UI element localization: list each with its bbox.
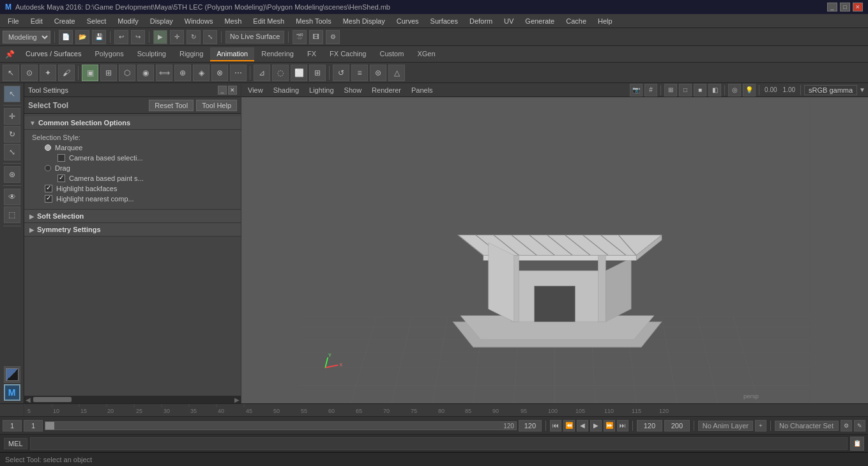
script-editor-btn[interactable]: 📋 xyxy=(850,437,864,451)
menu-mesh[interactable]: Mesh xyxy=(219,16,247,26)
rotate-button[interactable]: ↻ xyxy=(187,30,201,44)
menu-modify[interactable]: Modify xyxy=(112,16,143,26)
range-start-input[interactable] xyxy=(3,420,22,431)
open-button[interactable]: 📂 xyxy=(75,30,89,44)
menu-display[interactable]: Display xyxy=(145,16,178,26)
tb2-wedge-btn[interactable]: △ xyxy=(388,65,405,81)
tab-fx[interactable]: FX xyxy=(301,47,323,61)
tb2-spin-btn[interactable]: ↺ xyxy=(333,65,349,81)
menu-create[interactable]: Create xyxy=(49,16,80,26)
rotate-tool-btn[interactable]: ↻ xyxy=(4,126,20,143)
viewport-canvas[interactable]: X Y persp xyxy=(241,97,868,403)
maximize-button[interactable]: □ xyxy=(840,3,850,12)
marquee-radio[interactable] xyxy=(45,144,51,151)
pb-prev-frame-btn[interactable]: ◀ xyxy=(577,420,588,431)
scroll-thumb[interactable] xyxy=(33,397,72,402)
pb-next-frame-btn[interactable]: ⏩ xyxy=(604,420,615,431)
camera-based-sel-checkbox[interactable] xyxy=(57,154,65,162)
render-btn[interactable]: 🎬 xyxy=(293,30,307,44)
tab-polygons[interactable]: Polygons xyxy=(88,47,130,61)
common-selection-header[interactable]: ▼ Common Selection Options xyxy=(24,116,241,130)
vp-grid-btn[interactable]: # xyxy=(644,84,657,97)
show-hide-btn[interactable]: 👁 xyxy=(4,189,20,205)
soft-selection-header[interactable]: ▶ Soft Selection xyxy=(24,210,241,223)
tb2-lasso-btn[interactable]: ⊙ xyxy=(21,65,38,81)
reset-tool-button[interactable]: Reset Tool xyxy=(149,100,194,111)
symmetry-settings-header[interactable]: ▶ Symmetry Settings xyxy=(24,223,241,237)
vp-menu-show[interactable]: Show xyxy=(340,85,366,95)
pb-play-btn[interactable]: ▶ xyxy=(590,420,602,431)
menu-file[interactable]: File xyxy=(3,16,24,26)
tab-xgen[interactable]: XGen xyxy=(411,47,441,61)
menu-curves[interactable]: Curves xyxy=(392,16,424,26)
tb2-paint-btn[interactable]: ✦ xyxy=(40,65,56,81)
tb2-fill-btn[interactable]: ⬜ xyxy=(291,65,307,81)
pb-skip-start-btn[interactable]: ⏮ xyxy=(550,420,561,431)
char-set-btn1[interactable]: ⚙ xyxy=(841,420,852,431)
tab-fx-caching[interactable]: FX Caching xyxy=(323,47,372,61)
vp-menu-panels[interactable]: Panels xyxy=(407,85,437,95)
tab-pin-icon[interactable]: 📌 xyxy=(5,50,15,59)
render-seq-btn[interactable]: 🎞 xyxy=(309,30,323,44)
vp-menu-shading[interactable]: Shading xyxy=(270,85,303,95)
tb2-flatten-btn[interactable]: ≡ xyxy=(351,65,368,81)
tool-help-button[interactable]: Tool Help xyxy=(196,100,237,111)
vp-frame-btn[interactable]: ⊞ xyxy=(664,84,677,97)
menu-edit[interactable]: Edit xyxy=(26,16,48,26)
menu-help[interactable]: Help xyxy=(593,16,618,26)
pb-step-back-btn[interactable]: ⏪ xyxy=(563,420,575,431)
move-tool-btn[interactable]: ✛ xyxy=(4,108,20,125)
end-frame-input[interactable] xyxy=(637,420,662,431)
char-set-btn2[interactable]: ✎ xyxy=(854,420,865,431)
tb2-append-btn[interactable]: ◈ xyxy=(193,65,209,81)
vp-xray-btn[interactable]: ◎ xyxy=(728,84,741,97)
minimize-button[interactable]: _ xyxy=(827,3,837,12)
menu-cache[interactable]: Cache xyxy=(561,16,591,26)
select-button[interactable]: ▶ xyxy=(153,30,167,44)
vp-wire-btn[interactable]: □ xyxy=(679,84,692,97)
anim-layer-add-btn[interactable]: + xyxy=(755,420,766,431)
vp-tex-btn[interactable]: ◧ xyxy=(708,84,721,97)
scroll-right-icon[interactable]: ▶ xyxy=(234,396,240,403)
title-bar-controls[interactable]: _ □ ✕ xyxy=(827,3,863,12)
tab-custom[interactable]: Custom xyxy=(374,47,411,61)
tb2-select-btn[interactable]: ↖ xyxy=(3,65,19,81)
timeline-numbers[interactable]: 5 10 15 20 25 30 35 40 45 50 55 60 65 70 xyxy=(24,404,868,416)
tb2-mirror-btn[interactable]: ⊿ xyxy=(254,65,270,81)
tab-sculpting[interactable]: Sculpting xyxy=(131,47,172,61)
tab-rigging[interactable]: Rigging xyxy=(173,47,209,61)
scale-tool-btn[interactable]: ⤡ xyxy=(4,144,20,160)
highlight-backfaces-checkbox[interactable] xyxy=(45,185,52,192)
menu-deform[interactable]: Deform xyxy=(464,16,498,26)
maya-logo-btn[interactable]: M xyxy=(4,384,20,401)
tb2-crease-btn[interactable]: ⋯ xyxy=(230,65,247,81)
menu-select[interactable]: Select xyxy=(82,16,112,26)
render-settings-btn[interactable]: ⚙ xyxy=(326,30,340,44)
tb2-collapse-btn[interactable]: ⊜ xyxy=(370,65,386,81)
menu-generate[interactable]: Generate xyxy=(520,16,560,26)
close-button[interactable]: ✕ xyxy=(853,3,863,12)
pb-skip-end-btn[interactable]: ⏭ xyxy=(617,420,628,431)
redo-button[interactable]: ↪ xyxy=(131,30,145,44)
ts-close-btn[interactable]: ✕ xyxy=(228,86,237,95)
color-swatch1[interactable] xyxy=(4,366,20,383)
command-line-input[interactable] xyxy=(30,437,848,450)
current-frame-input[interactable] xyxy=(24,420,43,431)
scroll-left-icon[interactable]: ◀ xyxy=(26,396,31,403)
move-button[interactable]: ✛ xyxy=(170,30,184,44)
tb2-extrude-btn[interactable]: ⊞ xyxy=(100,65,117,81)
anim-end-input[interactable] xyxy=(519,420,542,431)
ts-scrollbar[interactable]: ◀ ▶ xyxy=(24,396,241,403)
tb2-smooth-btn[interactable]: ◌ xyxy=(272,65,289,81)
color-space-arrow-icon[interactable]: ▼ xyxy=(859,86,865,93)
tab-rendering[interactable]: Rendering xyxy=(255,47,300,61)
tb2-multi-btn[interactable]: ⊕ xyxy=(174,65,191,81)
vp-camera-btn[interactable]: 📷 xyxy=(630,84,643,97)
menu-edit-mesh[interactable]: Edit Mesh xyxy=(248,16,289,26)
vp-menu-lighting[interactable]: Lighting xyxy=(305,85,338,95)
total-frames-input[interactable] xyxy=(664,420,690,431)
menu-windows[interactable]: Windows xyxy=(179,16,218,26)
tb2-bevel-btn[interactable]: ⬡ xyxy=(119,65,135,81)
tb2-merge-btn[interactable]: ⊞ xyxy=(309,65,326,81)
workspace-selector[interactable]: Modeling xyxy=(3,31,50,43)
